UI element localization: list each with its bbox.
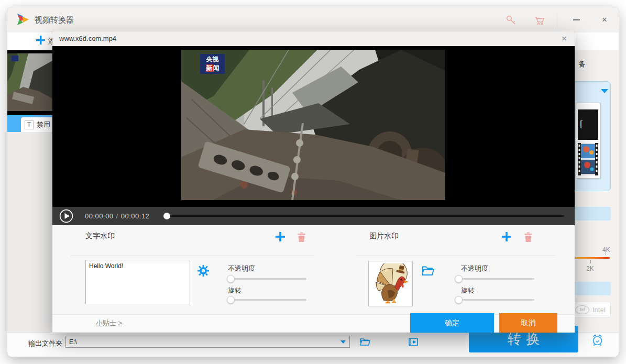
- image-watermark-title: 图片水印: [369, 231, 399, 241]
- app-titlebar: 视频转换器 ×: [7, 7, 619, 32]
- image-watermark-divider: [356, 256, 555, 256]
- minimize-icon: [573, 19, 580, 20]
- delete-text-watermark-icon[interactable]: [296, 231, 306, 242]
- dialog-bottom-strip: [52, 315, 575, 333]
- text-rotate-label: 旋转: [228, 286, 241, 295]
- add-image-watermark-icon[interactable]: [501, 231, 512, 242]
- time-separator: /: [114, 212, 121, 220]
- filmstrip-thumb: [578, 143, 598, 175]
- left-content-area: [7, 132, 52, 333]
- app-title: 视频转换器: [35, 15, 74, 25]
- output-folder-label: 输出文件夹：: [28, 339, 69, 348]
- res-label-4k: 4K: [602, 246, 610, 253]
- intel-accel-button[interactable]: tel Intel: [572, 302, 611, 317]
- time-current: 00:00:00: [85, 212, 114, 220]
- play-button[interactable]: [59, 209, 73, 223]
- text-settings-gear-icon[interactable]: [197, 264, 210, 277]
- seek-slider-thumb[interactable]: [163, 213, 170, 219]
- app-logo-icon: [16, 13, 30, 27]
- ok-button[interactable]: 确定: [410, 313, 494, 333]
- minimize-button[interactable]: [564, 12, 589, 28]
- output-format-panel: [: [571, 81, 611, 191]
- schedule-alarm-icon[interactable]: [590, 333, 605, 347]
- resolution-bar-bottom[interactable]: [571, 282, 611, 295]
- time-total: 00:00:12: [121, 212, 150, 220]
- titlebar-divider: [557, 12, 557, 28]
- format-dropdown-caret-icon[interactable]: [601, 89, 608, 93]
- player-bar: 00:00:00/00:00:12: [52, 207, 575, 225]
- time-display: 00:00:00/00:00:12: [85, 212, 149, 220]
- text-opacity-slider-thumb[interactable]: [227, 275, 235, 283]
- watermark-type-bar: T 禁用: [7, 115, 52, 132]
- disable-tab-label: 禁用: [37, 120, 50, 129]
- output-folder-combobox[interactable]: E:\: [65, 336, 350, 348]
- badge-char-rest: 闻: [213, 64, 219, 72]
- image-rotate-slider-track[interactable]: [457, 299, 534, 301]
- badge-line1: 央视: [200, 55, 225, 64]
- intel-logo-icon: tel: [575, 305, 589, 314]
- delete-image-watermark-icon[interactable]: [523, 231, 533, 242]
- app-window: 视频转换器 × 添 T: [7, 7, 619, 357]
- cancel-button[interactable]: 取消: [499, 313, 557, 333]
- image-rotate-slider-thumb[interactable]: [455, 296, 463, 304]
- format-preview-card[interactable]: [: [576, 103, 600, 179]
- text-rotate-slider-thumb[interactable]: [227, 296, 235, 304]
- text-tool-icon: T: [25, 120, 34, 129]
- open-folder-icon[interactable]: [359, 336, 371, 348]
- watermark-dialog: www.x6d.com.mp4 ×: [52, 31, 575, 333]
- video-thumbnail[interactable]: [7, 50, 52, 115]
- seek-slider-track[interactable]: [167, 215, 564, 217]
- format-screen-thumb: [: [578, 109, 598, 140]
- video-canvas: 央视 新闻: [52, 46, 575, 207]
- tips-link[interactable]: 小贴士 >: [96, 318, 122, 328]
- add-text-watermark-icon[interactable]: [275, 231, 285, 242]
- res-tick-upper: [606, 251, 606, 255]
- resolution-gradient-slider[interactable]: [569, 257, 610, 259]
- res-label-2k: 2K: [586, 265, 594, 272]
- watermark-text-input[interactable]: Hello World!: [85, 260, 190, 304]
- turkey-image: [372, 263, 410, 304]
- res-tick-lower: [590, 260, 591, 263]
- output-folder-path: E:\: [66, 338, 341, 346]
- dialog-titlebar: www.x6d.com.mp4 ×: [52, 31, 575, 46]
- browse-image-folder-icon[interactable]: [421, 265, 435, 277]
- dialog-title: www.x6d.com.mp4: [59, 35, 116, 42]
- dialog-close-icon[interactable]: ×: [558, 33, 570, 45]
- close-button[interactable]: ×: [592, 12, 617, 28]
- intel-label: Intel: [592, 306, 606, 314]
- watermark-image-preview: [368, 261, 413, 306]
- text-watermark-divider: [71, 256, 314, 256]
- cctv-news-badge: 央视 新闻: [200, 54, 225, 74]
- badge-char-red: 新: [206, 64, 213, 72]
- resolution-bar-top[interactable]: [571, 207, 611, 220]
- image-rotate-label: 旋转: [461, 286, 475, 295]
- text-opacity-label: 不透明度: [228, 264, 255, 273]
- device-heading-partial: 备: [578, 60, 586, 69]
- image-opacity-slider-track[interactable]: [457, 278, 534, 280]
- text-opacity-slider-track[interactable]: [229, 278, 306, 280]
- text-rotate-slider-track[interactable]: [229, 299, 306, 301]
- add-file-plus-icon[interactable]: [36, 35, 46, 45]
- image-opacity-slider-thumb[interactable]: [455, 275, 463, 283]
- text-watermark-title: 文字水印: [85, 231, 115, 241]
- footer-bar: 输出文件夹： E:\ 转换: [7, 333, 619, 357]
- shopping-cart-icon[interactable]: [533, 14, 546, 27]
- badge-line2: 新闻: [200, 64, 225, 73]
- register-key-icon[interactable]: [505, 14, 518, 27]
- combobox-caret-icon[interactable]: [341, 340, 346, 344]
- image-opacity-label: 不透明度: [461, 264, 488, 273]
- open-output-media-icon[interactable]: [407, 336, 420, 348]
